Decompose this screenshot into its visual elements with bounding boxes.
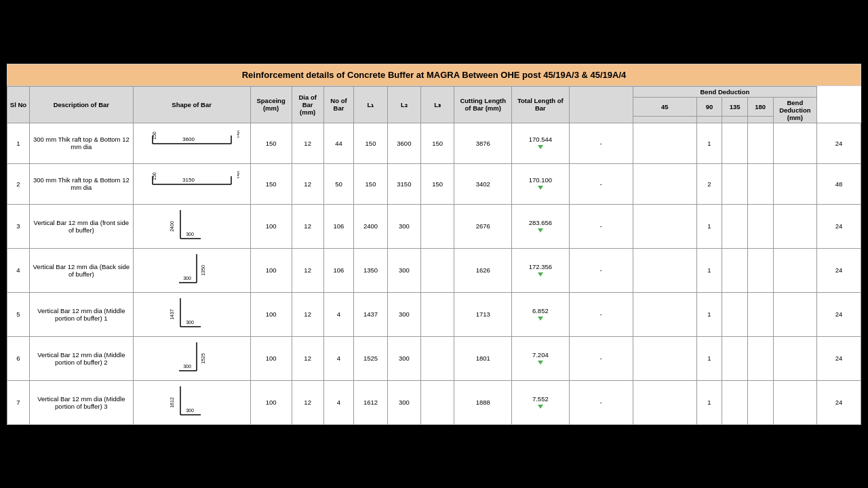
sub-header-135 xyxy=(722,117,748,123)
cell-45: 1 xyxy=(696,292,722,336)
cell-l3 xyxy=(421,248,454,292)
cell-l3 xyxy=(421,292,454,336)
cell-description: Vertical Bar 12 mm dia (Middle portion o… xyxy=(29,380,133,424)
table-row: 5 Vertical Bar 12 mm dia (Middle portion… xyxy=(7,292,861,336)
header-90: 90 xyxy=(696,97,722,117)
svg-text:3600: 3600 xyxy=(182,136,195,142)
cell-spacing: 100 xyxy=(250,292,292,336)
cell-sl: 4 xyxy=(7,248,30,292)
table-row: 4 Vertical Bar 12 mm dia (Back side of b… xyxy=(7,248,861,292)
cell-45: 2 xyxy=(696,163,722,204)
page-title: Reinforcement details of Concrete Buffer… xyxy=(7,64,861,86)
cell-90 xyxy=(722,248,748,292)
header-spacing: Spaceing (mm) xyxy=(250,86,292,123)
cell-l2: 300 xyxy=(387,292,420,336)
cell-l3 xyxy=(421,380,454,424)
cell-no-of-bar: 106 xyxy=(323,248,354,292)
cell-bend-mm: 24 xyxy=(817,248,861,292)
cell-135 xyxy=(747,163,773,204)
header-bend-deduction: Bend Deduction xyxy=(633,86,817,97)
svg-text:300: 300 xyxy=(186,408,194,413)
cell-45: 1 xyxy=(696,336,722,380)
table-row: 3 Vertical Bar 12 mm dia (front side of … xyxy=(7,204,861,248)
cell-cutting-length: 1888 xyxy=(454,380,512,424)
cell-l3: 150 xyxy=(421,123,454,163)
cell-no-of-bar: 4 xyxy=(323,380,354,424)
header-total-length: Total Length of Bar xyxy=(512,86,570,123)
cell-l3: 150 xyxy=(421,163,454,204)
cell-no-of-bar: 44 xyxy=(323,123,354,163)
svg-text:150: 150 xyxy=(237,171,239,179)
reinforcement-table: Sl No Description of Bar Shape of Bar Sp… xyxy=(7,86,861,425)
header-sl-no: Sl No xyxy=(7,86,30,123)
cell-cutting-length: 3402 xyxy=(454,163,512,204)
svg-text:1350: 1350 xyxy=(201,265,205,276)
svg-text:1525: 1525 xyxy=(201,353,205,364)
cell-sl: 6 xyxy=(7,336,30,380)
cell-135 xyxy=(747,292,773,336)
table-row: 1 300 mm Thik raft top & Bottom 12 mm di… xyxy=(7,123,861,163)
svg-text:3150: 3150 xyxy=(182,177,195,183)
cell-90 xyxy=(722,380,748,424)
cell-empty xyxy=(633,248,696,292)
header-empty xyxy=(569,86,633,123)
cell-hook: - xyxy=(569,163,633,204)
cell-90 xyxy=(722,123,748,163)
cell-sl: 7 xyxy=(7,380,30,424)
cell-135 xyxy=(747,336,773,380)
cell-sl: 3 xyxy=(7,204,30,248)
cell-spacing: 150 xyxy=(250,123,292,163)
sub-header-45 xyxy=(633,117,696,123)
cell-empty xyxy=(633,163,696,204)
table-body: 1 300 mm Thik raft top & Bottom 12 mm di… xyxy=(7,123,861,424)
cell-empty xyxy=(633,336,696,380)
cell-bend-mm: 24 xyxy=(817,204,861,248)
cell-180 xyxy=(773,380,817,424)
cell-no-of-bar: 4 xyxy=(323,292,354,336)
cell-description: Vertical Bar 12 mm dia (Middle portion o… xyxy=(29,336,133,380)
cell-hook: - xyxy=(569,336,633,380)
header-description: Description of Bar xyxy=(29,86,133,123)
cell-empty xyxy=(633,204,696,248)
cell-l2: 300 xyxy=(387,248,420,292)
cell-spacing: 150 xyxy=(250,163,292,204)
header-l2: L₂ xyxy=(387,86,420,123)
cell-spacing: 100 xyxy=(250,380,292,424)
header-45: 45 xyxy=(633,97,696,117)
header-cutting-length: Cutting Length of Bar (mm) xyxy=(454,86,512,123)
table-row: 6 Vertical Bar 12 mm dia (Middle portion… xyxy=(7,336,861,380)
cell-180 xyxy=(773,204,817,248)
cell-cutting-length: 1713 xyxy=(454,292,512,336)
cell-l1: 1612 xyxy=(354,380,387,424)
header-dia: Dia of Bar (mm) xyxy=(292,86,323,123)
cell-no-of-bar: 50 xyxy=(323,163,354,204)
header-l3: L₃ xyxy=(421,86,454,123)
cell-hook: - xyxy=(569,248,633,292)
svg-text:150: 150 xyxy=(152,172,157,180)
cell-hook: - xyxy=(569,123,633,163)
cell-bend-mm: 24 xyxy=(817,292,861,336)
cell-shape: 1525 300 xyxy=(133,336,250,380)
svg-text:300: 300 xyxy=(186,232,194,237)
cell-dia: 12 xyxy=(292,292,323,336)
cell-45: 1 xyxy=(696,204,722,248)
sub-header-180 xyxy=(747,117,773,123)
cell-dia: 12 xyxy=(292,248,323,292)
cell-dia: 12 xyxy=(292,123,323,163)
cell-no-of-bar: 106 xyxy=(323,204,354,248)
cell-shape: 1437 300 xyxy=(133,292,250,336)
cell-total-length: 172.356 xyxy=(512,248,570,292)
cell-empty xyxy=(633,292,696,336)
cell-l2: 3600 xyxy=(387,123,420,163)
cell-bend-mm: 24 xyxy=(817,336,861,380)
header-180: 180 xyxy=(747,97,773,117)
cell-no-of-bar: 4 xyxy=(323,336,354,380)
cell-total-length: 6.852 xyxy=(512,292,570,336)
cell-90 xyxy=(722,336,748,380)
cell-l2: 300 xyxy=(387,336,420,380)
table-row: 7 Vertical Bar 12 mm dia (Middle portion… xyxy=(7,380,861,424)
cell-l2: 300 xyxy=(387,380,420,424)
main-container: Reinforcement details of Concrete Buffer… xyxy=(7,64,861,425)
svg-text:300: 300 xyxy=(183,276,191,281)
header-no-of-bar: No of Bar xyxy=(323,86,354,123)
